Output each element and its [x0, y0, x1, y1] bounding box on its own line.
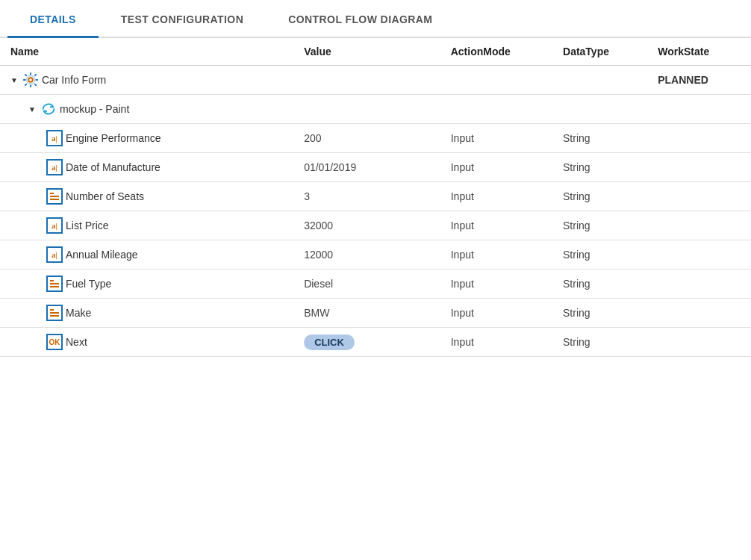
data-type-cell — [552, 66, 647, 95]
action-mode-cell: Input — [440, 299, 552, 328]
node-label: List Price — [66, 220, 109, 231]
action-mode-cell: Input — [440, 182, 552, 211]
work-state-cell — [647, 124, 751, 153]
data-type-cell — [552, 95, 647, 124]
node-label: Number of Seats — [66, 190, 144, 202]
value-cell: BMW — [293, 299, 440, 328]
name-cell: a|Date of Manufacture — [0, 153, 293, 182]
name-cell: OKNext — [0, 328, 293, 357]
action-mode-cell — [440, 66, 552, 95]
work-state-cell — [647, 299, 751, 328]
name-cell: ▼ mockup - Paint — [0, 95, 293, 124]
tab-details[interactable]: DETAILS — [7, 0, 99, 38]
list-icon — [46, 276, 63, 292]
action-mode-cell: Input — [440, 211, 552, 240]
name-cell: Fuel Type — [0, 270, 293, 299]
node-label: Make — [66, 307, 91, 319]
list-icon — [46, 305, 63, 321]
data-type-cell: String — [552, 182, 647, 211]
collapse-arrow[interactable]: ▼ — [28, 105, 36, 113]
action-mode-cell: Input — [440, 328, 552, 357]
text-icon: a| — [46, 159, 63, 175]
table-row[interactable]: a|Date of Manufacture01/01/2019InputStri… — [0, 153, 751, 182]
col-header-actionmode: ActionMode — [440, 38, 552, 66]
node-label: Car Info Form — [42, 74, 106, 86]
work-state-cell — [647, 328, 751, 357]
data-type-cell: String — [552, 153, 647, 182]
workstate-label: PLANNED — [658, 74, 708, 86]
work-state-cell — [647, 211, 751, 240]
value-cell: Diesel — [293, 270, 440, 299]
name-cell: Make — [0, 299, 293, 328]
table-row[interactable]: ▼ mockup - Paint — [0, 95, 751, 124]
text-icon: a| — [46, 217, 63, 234]
value-cell: 200 — [293, 124, 440, 153]
node-label: Date of Manufacture — [66, 161, 161, 173]
table-row[interactable]: MakeBMWInputString — [0, 299, 751, 328]
work-state-cell — [647, 240, 751, 270]
ok-icon: OK — [46, 334, 63, 350]
text-icon: a| — [46, 130, 63, 146]
node-label: Next — [66, 336, 87, 348]
node-label: Engine Performance — [66, 132, 161, 144]
data-type-cell: String — [552, 240, 647, 270]
name-cell: Number of Seats — [0, 182, 293, 211]
node-label: Annual Mileage — [66, 249, 138, 261]
work-state-cell — [647, 153, 751, 182]
work-state-cell — [647, 270, 751, 299]
work-state-cell — [647, 182, 751, 211]
action-mode-cell: Input — [440, 153, 552, 182]
click-badge[interactable]: CLICK — [304, 335, 355, 350]
name-cell: a|Annual Mileage — [0, 240, 293, 270]
data-type-cell: String — [552, 211, 647, 240]
action-mode-cell: Input — [440, 240, 552, 270]
collapse-arrow[interactable]: ▼ — [10, 76, 18, 84]
table-row[interactable]: ▼ Car Info FormPLANNED — [0, 66, 751, 95]
svg-point-1 — [26, 76, 34, 84]
table-row[interactable]: a|Engine Performance200InputString — [0, 124, 751, 153]
tab-test-configuration[interactable]: TEST CONFIGURATION — [99, 0, 266, 38]
col-header-workstate: WorkState — [647, 38, 751, 66]
tab-control-flow-diagram[interactable]: CONTROL FLOW DIAGRAM — [266, 0, 455, 38]
value-cell — [293, 95, 440, 124]
name-cell: ▼ Car Info Form — [0, 66, 293, 95]
tab-bar: DETAILS TEST CONFIGURATION CONTROL FLOW … — [0, 0, 751, 38]
node-label: Fuel Type — [66, 278, 111, 290]
value-cell: 32000 — [293, 211, 440, 240]
text-icon: a| — [46, 246, 63, 263]
name-cell: a|Engine Performance — [0, 124, 293, 153]
work-state-cell — [647, 95, 751, 124]
table-row[interactable]: Number of Seats3InputString — [0, 182, 751, 211]
value-cell: 3 — [293, 182, 440, 211]
col-header-datatype: DataType — [552, 38, 647, 66]
value-cell — [293, 66, 440, 95]
action-mode-cell: Input — [440, 124, 552, 153]
node-label: mockup - Paint — [60, 103, 129, 115]
table-row[interactable]: a|List Price32000InputString — [0, 211, 751, 240]
value-cell: 12000 — [293, 240, 440, 270]
data-type-cell: String — [552, 270, 647, 299]
data-table: Name Value ActionMode DataType WorkState… — [0, 38, 751, 357]
value-cell[interactable]: CLICK — [293, 328, 440, 357]
data-type-cell: String — [552, 328, 647, 357]
action-mode-cell — [440, 95, 552, 124]
name-cell: a|List Price — [0, 211, 293, 240]
col-header-value: Value — [293, 38, 440, 66]
svg-point-0 — [28, 78, 33, 82]
data-type-cell: String — [552, 299, 647, 328]
col-header-name: Name — [0, 38, 293, 66]
work-state-cell: PLANNED — [647, 66, 751, 95]
action-mode-cell: Input — [440, 270, 552, 299]
data-type-cell: String — [552, 124, 647, 153]
value-cell: 01/01/2019 — [293, 153, 440, 182]
list-icon — [46, 188, 63, 205]
table-row[interactable]: a|Annual Mileage12000InputString — [0, 240, 751, 270]
table-row[interactable]: Fuel TypeDieselInputString — [0, 270, 751, 299]
table-row[interactable]: OKNextCLICKInputString — [0, 328, 751, 357]
